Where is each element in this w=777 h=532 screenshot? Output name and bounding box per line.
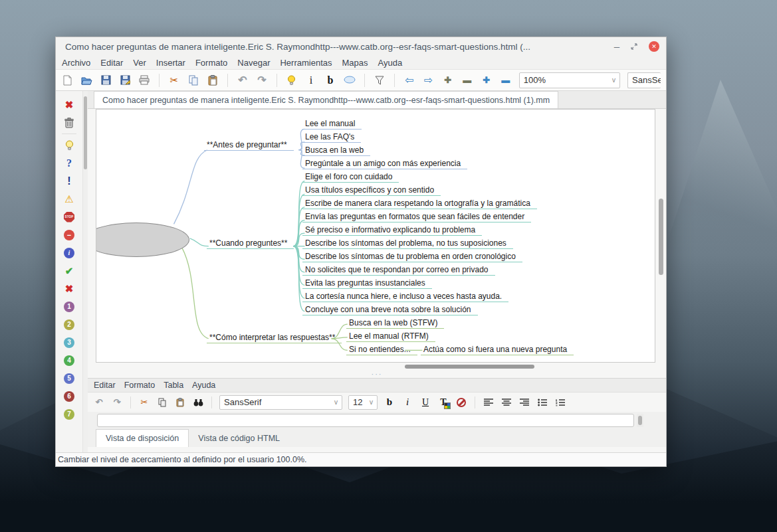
priority-6-icon[interactable]: 6 [64, 391, 74, 402]
mindmap-canvas[interactable]: **Antes de preguntar** Lee el manual Lee… [96, 109, 655, 363]
idea-bulb-icon[interactable] [286, 74, 298, 86]
priority-5-icon[interactable]: 5 [64, 373, 74, 384]
mindmap-node[interactable]: Actúa como si fuera una nueva pregunta [421, 344, 574, 355]
align-right-icon[interactable] [518, 397, 530, 408]
editor-italic-icon[interactable]: i [401, 397, 413, 408]
icon-sidebar-scrollbar[interactable] [82, 91, 88, 452]
ok-check-icon[interactable]: ✔ [65, 265, 74, 277]
priority-1-icon[interactable]: 1 [64, 302, 74, 312]
trash-icon[interactable] [56, 114, 82, 132]
mindmap-node[interactable]: Lee las FAQ's [302, 132, 361, 143]
menu-editar[interactable]: Editar [100, 58, 123, 68]
editor-menu-formato[interactable]: Formato [124, 381, 156, 390]
close-button[interactable]: ✕ [649, 41, 659, 52]
stop-sign-icon[interactable]: STOP [64, 212, 74, 222]
not-ok-cross-icon[interactable]: ✖ [65, 283, 74, 295]
editor-menu-ayuda[interactable]: Ayuda [192, 381, 215, 390]
editor-undo-icon[interactable]: ↶ [93, 397, 105, 408]
mindmap-node[interactable]: Envía las preguntas en formatos que sean… [302, 211, 531, 222]
editor-copy-icon[interactable] [156, 397, 168, 408]
mindmap-node[interactable]: Si no entiendes... [346, 344, 417, 355]
remove-icon-button[interactable]: ✖ [65, 99, 74, 111]
priority-2-icon[interactable]: 2 [64, 319, 74, 330]
text-color-icon[interactable]: T [437, 397, 449, 408]
editor-menu-editar[interactable]: Editar [94, 381, 116, 390]
title-bar[interactable]: Como hacer preguntas de manera inteligen… [56, 37, 666, 56]
menu-herramientas[interactable]: Herramientas [280, 58, 332, 68]
menu-mapas[interactable]: Mapas [342, 58, 368, 68]
mindmap-node[interactable]: Pregúntale a un amigo con más experienci… [302, 158, 467, 169]
menu-ver[interactable]: Ver [133, 58, 146, 68]
navigate-back-icon[interactable]: ⇦ [403, 74, 415, 86]
cancel-minus-icon[interactable]: − [64, 230, 74, 240]
scrollbar-thumb[interactable] [659, 199, 663, 275]
cut-icon[interactable]: ✂ [168, 74, 180, 86]
map-tab[interactable]: Como hacer preguntas de manera inteligen… [94, 91, 558, 108]
scrollbar-thumb[interactable] [405, 365, 534, 369]
fold-all-icon[interactable]: ▬ [461, 74, 473, 86]
navigate-forward-icon[interactable]: ⇨ [423, 74, 435, 86]
paste-icon[interactable] [207, 74, 219, 86]
editor-font-select[interactable]: SansSerif v [219, 395, 342, 410]
mindmap-node[interactable]: Describe los síntomas de tu problema en … [302, 251, 522, 262]
copy-icon[interactable] [187, 74, 199, 86]
editor-redo-icon[interactable]: ↷ [111, 397, 123, 408]
restore-icon[interactable] [630, 43, 638, 50]
mindmap-node[interactable]: **Antes de preguntar** [204, 139, 294, 151]
mindmap-node[interactable]: Usa títulos específicos y con sentido [302, 185, 441, 196]
mindmap-node[interactable]: Escribe de manera clara respetando la or… [302, 198, 537, 209]
align-left-icon[interactable] [483, 397, 495, 408]
editor-paste-icon[interactable] [174, 397, 186, 408]
unfold-all-icon[interactable]: ✚ [442, 74, 454, 86]
bullet-list-icon[interactable] [536, 397, 548, 408]
panel-splitter-handle[interactable]: ··· [88, 370, 666, 378]
map-vertical-scrollbar[interactable] [657, 109, 666, 363]
mindmap-node[interactable]: No solicites que te respondan por correo… [302, 264, 495, 276]
map-horizontal-scrollbar[interactable] [96, 363, 655, 370]
editor-cut-icon[interactable]: ✂ [138, 397, 150, 408]
mindmap-node[interactable]: Busca en la web [302, 145, 370, 156]
mindmap-node[interactable]: Lee el manual [302, 118, 362, 130]
save-as-icon[interactable] [119, 74, 131, 86]
note-input-scrollbar[interactable] [637, 414, 643, 427]
important-icon[interactable]: ! [67, 175, 70, 187]
priority-3-icon[interactable]: 3 [64, 337, 74, 348]
align-center-icon[interactable] [500, 397, 512, 408]
cloud-icon[interactable] [344, 74, 356, 86]
tab-vista-disposicion[interactable]: Vista de disposición [96, 429, 189, 447]
redo-icon[interactable]: ↷ [256, 74, 268, 86]
numbered-list-icon[interactable] [554, 397, 566, 408]
info-circle-icon[interactable]: i [64, 248, 74, 258]
open-file-icon[interactable] [80, 74, 92, 86]
mindmap-node[interactable]: La cortesía nunca hiere, e incluso a vec… [302, 291, 508, 302]
zoom-out-icon[interactable]: ▬ [500, 74, 512, 86]
mindmap-node[interactable]: Concluye con una breve nota sobre la sol… [302, 304, 478, 315]
menu-formato[interactable]: Formato [195, 58, 227, 68]
mindmap-node[interactable]: Sé preciso e informativo explicando tu p… [302, 224, 482, 236]
mindmap-node[interactable]: Evita las preguntas insustanciales [302, 278, 432, 289]
mindmap-node[interactable]: **Cómo interpretar las respuestas** [207, 332, 342, 343]
warning-icon[interactable]: ⚠ [64, 193, 73, 205]
mindmap-node[interactable]: Describe los síntomas del problema, no t… [302, 238, 513, 249]
mindmap-node[interactable]: Busca en la web (STFW) [346, 317, 444, 329]
menu-navegar[interactable]: Navegar [237, 58, 270, 68]
info-italic-icon[interactable]: i [305, 74, 317, 86]
mindmap-node[interactable]: Elige el foro con cuidado [302, 171, 399, 183]
zoom-in-icon[interactable]: ✚ [481, 74, 493, 86]
print-icon[interactable] [138, 74, 150, 86]
help-question-icon[interactable]: ? [66, 157, 72, 169]
new-file-icon[interactable] [61, 74, 73, 86]
tab-vista-codigo-html[interactable]: Vista de código HTML [189, 429, 289, 447]
filter-icon[interactable] [374, 74, 386, 86]
bold-icon[interactable]: b [324, 74, 336, 86]
undo-icon[interactable]: ↶ [237, 74, 249, 86]
save-icon[interactable] [100, 74, 112, 86]
editor-size-select[interactable]: 12 v [348, 395, 378, 410]
find-binoculars-icon[interactable] [192, 397, 204, 408]
editor-menu-tabla[interactable]: Tabla [164, 381, 183, 390]
menu-ayuda[interactable]: Ayuda [378, 58, 403, 68]
scrollbar-thumb[interactable] [84, 96, 87, 169]
editor-bold-icon[interactable]: b [384, 397, 395, 408]
mindmap-node[interactable]: Lee el manual (RTFM) [346, 331, 435, 342]
mindmap-node[interactable]: **Cuando preguntes** [207, 238, 294, 249]
